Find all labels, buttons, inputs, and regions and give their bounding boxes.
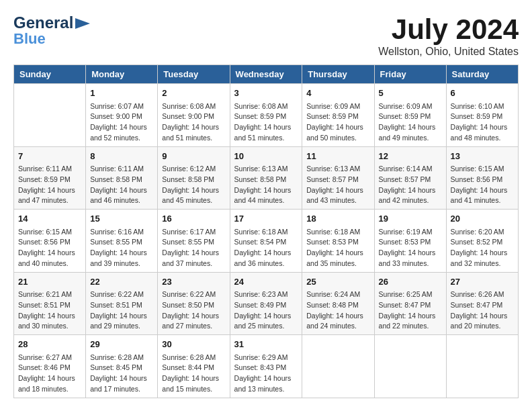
day-number: 5 (379, 87, 442, 100)
day-info-line: Sunset: 8:47 PM (451, 300, 514, 311)
table-row: 8Sunrise: 6:11 AMSunset: 8:58 PMDaylight… (86, 146, 158, 210)
day-number: 29 (90, 338, 153, 351)
day-info-line: Sunset: 8:52 PM (451, 237, 514, 248)
day-info-line: Sunrise: 6:12 AM (162, 164, 225, 175)
day-info-line: and 17 minutes. (90, 384, 153, 395)
calendar-header-row: Sunday Monday Tuesday Wednesday Thursday… (14, 65, 519, 84)
table-row: 1Sunrise: 6:07 AMSunset: 9:00 PMDaylight… (86, 84, 158, 147)
day-number: 12 (379, 150, 442, 163)
day-info-line: Sunrise: 6:28 AM (90, 353, 153, 363)
day-info-line: and 46 minutes. (90, 195, 153, 206)
table-row: 10Sunrise: 6:13 AMSunset: 8:58 PMDayligh… (230, 146, 302, 210)
day-info-line: Sunrise: 6:14 AM (379, 164, 442, 175)
day-info-line: and 50 minutes. (306, 133, 369, 144)
day-number: 17 (234, 212, 298, 226)
day-info-line: Sunrise: 6:25 AM (379, 289, 442, 300)
table-row (374, 335, 446, 398)
table-row: 30Sunrise: 6:28 AMSunset: 8:44 PMDayligh… (158, 335, 230, 398)
day-info-line: Sunset: 8:59 PM (306, 111, 369, 122)
day-info-line: Sunrise: 6:24 AM (306, 289, 369, 300)
day-info-line: Sunrise: 6:10 AM (451, 101, 514, 112)
table-row: 20Sunrise: 6:20 AMSunset: 8:52 PMDayligh… (446, 210, 518, 273)
day-info-line: Sunrise: 6:18 AM (306, 227, 369, 238)
day-number: 20 (451, 212, 514, 226)
day-info-line: Sunset: 8:45 PM (90, 363, 153, 373)
day-info-line: Sunset: 8:50 PM (162, 300, 225, 311)
day-info-line: Sunset: 8:49 PM (234, 300, 298, 311)
table-row: 4Sunrise: 6:09 AMSunset: 8:59 PMDaylight… (302, 84, 374, 147)
day-info-line: Sunset: 8:55 PM (90, 237, 153, 248)
day-info-line: and 18 minutes. (18, 384, 81, 395)
title-block: July 2024 Wellston, Ohio, United States (378, 13, 519, 58)
table-row: 5Sunrise: 6:09 AMSunset: 8:59 PMDaylight… (374, 84, 446, 147)
day-info-line: and 42 minutes. (379, 195, 442, 206)
day-number: 2 (162, 87, 225, 100)
logo-blue: Blue (13, 30, 46, 48)
day-info-line: Sunset: 8:53 PM (306, 237, 369, 248)
calendar-table: Sunday Monday Tuesday Wednesday Thursday… (13, 64, 519, 398)
week-row-5: 28Sunrise: 6:27 AMSunset: 8:46 PMDayligh… (14, 335, 519, 398)
table-row: 21Sunrise: 6:21 AMSunset: 8:51 PMDayligh… (14, 272, 86, 335)
col-tuesday: Tuesday (158, 65, 230, 84)
week-row-2: 7Sunrise: 6:11 AMSunset: 8:59 PMDaylight… (14, 146, 519, 210)
table-row: 18Sunrise: 6:18 AMSunset: 8:53 PMDayligh… (302, 210, 374, 273)
col-friday: Friday (374, 65, 446, 84)
day-info-line: Daylight: 14 hours (451, 311, 514, 322)
day-info-line: and 44 minutes. (234, 195, 298, 206)
day-info-line: Sunset: 8:48 PM (306, 300, 369, 311)
col-saturday: Saturday (446, 65, 518, 84)
day-number: 16 (162, 212, 225, 226)
day-info-line: and 51 minutes. (162, 133, 225, 144)
day-number: 28 (18, 338, 81, 351)
day-number: 22 (90, 275, 153, 289)
day-number: 1 (90, 87, 153, 100)
day-info-line: and 43 minutes. (306, 195, 369, 206)
day-number: 11 (306, 150, 369, 163)
day-info-line: Daylight: 14 hours (90, 185, 153, 196)
day-info-line: Sunrise: 6:18 AM (234, 227, 298, 238)
table-row (446, 335, 518, 398)
day-info-line: Daylight: 14 hours (162, 185, 225, 196)
day-number: 23 (162, 275, 225, 289)
day-info-line: Sunset: 8:56 PM (451, 175, 514, 185)
day-info-line: Daylight: 14 hours (18, 311, 81, 322)
table-row: 25Sunrise: 6:24 AMSunset: 8:48 PMDayligh… (302, 272, 374, 335)
svg-marker-0 (75, 18, 90, 29)
day-number: 31 (234, 338, 298, 351)
day-info-line: Sunrise: 6:29 AM (234, 353, 298, 363)
table-row: 23Sunrise: 6:22 AMSunset: 8:50 PMDayligh… (158, 272, 230, 335)
day-info-line: and 49 minutes. (379, 133, 442, 144)
day-info-line: Daylight: 14 hours (234, 122, 298, 133)
day-info-line: Daylight: 14 hours (18, 248, 81, 259)
table-row: 24Sunrise: 6:23 AMSunset: 8:49 PMDayligh… (230, 272, 302, 335)
table-row: 9Sunrise: 6:12 AMSunset: 8:58 PMDaylight… (158, 146, 230, 210)
day-info-line: and 51 minutes. (234, 133, 298, 144)
day-info-line: Sunrise: 6:08 AM (162, 101, 225, 112)
day-info-line: Sunset: 8:57 PM (379, 175, 442, 185)
day-info-line: Sunset: 8:53 PM (379, 237, 442, 248)
day-info-line: and 29 minutes. (90, 321, 153, 332)
day-number: 26 (379, 275, 442, 289)
table-row: 14Sunrise: 6:15 AMSunset: 8:56 PMDayligh… (14, 210, 86, 273)
table-row (14, 84, 86, 147)
table-row: 2Sunrise: 6:08 AMSunset: 9:00 PMDaylight… (158, 84, 230, 147)
day-info-line: Daylight: 14 hours (90, 122, 153, 133)
day-info-line: Daylight: 14 hours (451, 122, 514, 133)
table-row: 13Sunrise: 6:15 AMSunset: 8:56 PMDayligh… (446, 146, 518, 210)
day-info-line: Sunset: 8:59 PM (18, 175, 81, 185)
day-info-line: Daylight: 14 hours (451, 185, 514, 196)
day-info-line: Sunrise: 6:27 AM (18, 353, 81, 363)
day-info-line: Sunset: 8:56 PM (18, 237, 81, 248)
day-info-line: and 32 minutes. (451, 259, 514, 269)
day-info-line: and 25 minutes. (234, 321, 298, 332)
day-info-line: Sunrise: 6:15 AM (451, 164, 514, 175)
day-info-line: Sunset: 8:51 PM (18, 300, 81, 311)
day-number: 27 (451, 275, 514, 289)
day-info-line: and 15 minutes. (162, 384, 225, 395)
day-number: 30 (162, 338, 225, 351)
day-info-line: and 48 minutes. (451, 133, 514, 144)
table-row: 15Sunrise: 6:16 AMSunset: 8:55 PMDayligh… (86, 210, 158, 273)
day-info-line: Daylight: 14 hours (234, 311, 298, 322)
day-number: 14 (18, 212, 81, 226)
day-number: 24 (234, 275, 298, 289)
